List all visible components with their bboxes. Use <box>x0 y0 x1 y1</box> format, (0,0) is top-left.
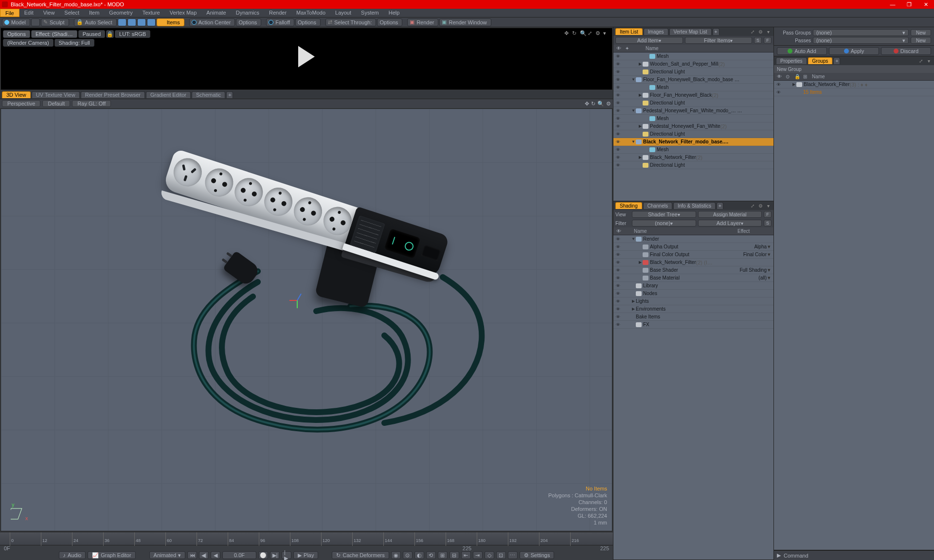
tree-row[interactable]: 👁▶Black_Network_Filter (2) <box>613 154 773 161</box>
pg-new-button[interactable]: New <box>911 29 931 36</box>
prev-options[interactable]: Options <box>3 30 30 38</box>
tl-prev-icon[interactable]: ◀ <box>211 551 220 559</box>
panel-gear-icon[interactable]: ⚙ <box>757 28 764 35</box>
menu-file[interactable]: File <box>0 9 19 17</box>
item-list-tree[interactable]: 👁Mesh👁▶Wooden_Salt_and_Pepper_Mill (2)👁D… <box>613 52 773 201</box>
sh-f-button[interactable]: F <box>764 211 772 218</box>
sel-mat-icon[interactable] <box>147 18 156 26</box>
tab-channels[interactable]: Channels <box>643 202 672 209</box>
tl-i4[interactable]: ⟲ <box>426 551 436 559</box>
tab-properties[interactable]: Properties <box>776 57 807 64</box>
prev-expand-icon[interactable]: ⤢ <box>588 30 594 37</box>
menu-texture[interactable]: Texture <box>138 9 165 17</box>
viewport-axis-widget[interactable]: yx <box>11 502 30 521</box>
menu-help[interactable]: Help <box>384 9 405 17</box>
prev-lock-icon[interactable]: 🔒 <box>106 30 114 38</box>
tree-row[interactable]: 👁▼Render <box>613 235 773 243</box>
apply-button[interactable]: Apply <box>829 47 879 55</box>
sel-items[interactable]: Items <box>157 18 184 26</box>
menu-view[interactable]: View <box>38 9 60 17</box>
prev-zoom-icon[interactable]: 🔍 <box>580 30 587 37</box>
timeline-ruler[interactable]: 0122436486072849610812013214415616818019… <box>0 532 613 545</box>
tl-i1[interactable]: ◉ <box>391 551 401 559</box>
command-bar[interactable]: ▶Command <box>774 550 934 560</box>
tl-next-icon[interactable]: ▶| <box>270 551 280 559</box>
menu-maxtomodo[interactable]: MaxToModo <box>291 9 330 17</box>
tree-row[interactable]: 👁▶Environments <box>613 305 773 313</box>
mode-sculpt[interactable]: ✎Sculpt <box>41 18 69 26</box>
shader-tree-dropdown[interactable]: Shader Tree ▾ <box>632 211 696 218</box>
tl-cache[interactable]: ↻ Cache Deformers <box>332 551 389 559</box>
tl-i6[interactable]: ⊟ <box>449 551 459 559</box>
add-item-dropdown[interactable]: Add Item ▾ <box>615 37 683 44</box>
pg-dropdown[interactable]: (none)▾ <box>813 29 909 36</box>
add-layer-dropdown[interactable]: Add Layer ▾ <box>698 220 762 227</box>
prev-effect[interactable]: Effect: (Shadi… <box>31 30 77 38</box>
menu-layout[interactable]: Layout <box>330 9 356 17</box>
il-eye-header[interactable]: 👁 <box>613 46 622 51</box>
assign-material-button[interactable]: Assign Material <box>698 211 762 218</box>
vtab-render-preset-browser[interactable]: Render Preset Browser <box>81 91 145 98</box>
vtab-schematic[interactable]: Schematic <box>192 91 225 98</box>
tl-first-icon[interactable]: ⏮ <box>187 551 197 559</box>
prev-lut[interactable]: LUT: sRGB <box>115 30 150 38</box>
tl-play[interactable]: ▶ Play <box>293 551 318 559</box>
tree-row[interactable]: 👁FX <box>613 321 773 329</box>
shading-tree[interactable]: 👁▼Render👁Alpha OutputAlpha▾👁Final Color … <box>613 235 773 560</box>
vp-default[interactable]: Default <box>42 100 70 107</box>
tl-i2[interactable]: ⊙ <box>403 551 413 559</box>
prev-gear-icon[interactable]: ⚙ <box>595 30 602 37</box>
gr-name-header[interactable]: Name <box>809 74 934 79</box>
close-button[interactable]: ✕ <box>917 0 934 9</box>
gr-expand-icon[interactable]: ⤢ <box>917 57 924 64</box>
sh-eye-header[interactable]: 👁 <box>613 228 622 234</box>
gr-h1[interactable]: 👁 <box>774 74 783 79</box>
panel-expand-icon[interactable]: ⤢ <box>749 28 756 35</box>
tree-row[interactable]: 👁▼Pedestal_Honeywell_Fan_White_modo_… … <box>613 107 773 115</box>
tree-row[interactable]: 👁Bake Items <box>613 313 773 321</box>
filter-items-dropdown[interactable]: Filter Items ▾ <box>685 37 753 44</box>
tab-add[interactable]: + <box>717 202 723 209</box>
tl-i11[interactable]: ⋯ <box>508 551 518 559</box>
tl-key-icon[interactable]: ⚪ <box>258 551 268 559</box>
fo-options[interactable]: Options <box>295 18 321 26</box>
tree-row[interactable]: 👁Library <box>613 282 773 290</box>
tl-prevkey-icon[interactable]: ◀| <box>199 551 209 559</box>
sel-poly-icon[interactable] <box>137 18 146 26</box>
action-center[interactable]: Action Center <box>189 18 235 26</box>
new-group-button[interactable]: New Group <box>774 65 934 73</box>
prev-paused[interactable]: Paused <box>78 30 105 38</box>
il-s-button[interactable]: S <box>754 37 762 44</box>
tab-info-statistics[interactable]: Info & Statistics <box>673 202 716 209</box>
sh-menu-icon[interactable]: ▾ <box>765 202 772 209</box>
sh-name-header[interactable]: Name <box>631 228 735 234</box>
sh-s-button[interactable]: S <box>764 220 772 227</box>
menu-item[interactable]: Item <box>84 9 104 17</box>
ac-options[interactable]: Options <box>236 18 261 26</box>
mode-paint-icon[interactable] <box>31 18 40 26</box>
prev-menu-icon[interactable]: ▾ <box>603 30 610 37</box>
sh-filter-dropdown[interactable]: (none) ▾ <box>632 220 696 227</box>
prev-rotate-icon[interactable]: ↻ <box>572 30 579 37</box>
tab-vertex-map-list[interactable]: Vertex Map List <box>669 28 712 35</box>
vp-move-icon[interactable]: ✥ <box>585 101 589 107</box>
tree-row[interactable]: 👁Base ShaderFull Shading▾ <box>613 266 773 274</box>
tree-row[interactable]: 👁Nodes <box>613 290 773 298</box>
menu-render[interactable]: Render <box>264 9 291 17</box>
vtab-gradient-editor[interactable]: Gradient Editor <box>146 91 191 98</box>
tree-row[interactable]: 👁Directional Light <box>613 130 773 138</box>
maximize-button[interactable]: ❐ <box>901 0 917 9</box>
passes-dropdown[interactable]: (none)▾ <box>813 37 909 44</box>
prev-move-icon[interactable]: ✥ <box>564 30 571 37</box>
tl-i9[interactable]: ◇ <box>485 551 494 559</box>
tree-row[interactable]: 👁Final Color OutputFinal Color▾ <box>613 251 773 259</box>
tree-row[interactable]: 👁▶Lights <box>613 298 773 305</box>
menu-geometry[interactable]: Geometry <box>104 9 137 17</box>
mode-model[interactable]: Model <box>2 18 30 26</box>
render-window-button[interactable]: ▣Render Window <box>439 18 491 26</box>
tab-add[interactable]: + <box>713 28 719 35</box>
tl-i7[interactable]: ⇤ <box>461 551 471 559</box>
vp-rotate-icon[interactable]: ↻ <box>591 101 595 107</box>
il-col2-header[interactable]: ✦ <box>622 46 631 51</box>
vtab-3d-view[interactable]: 3D View <box>2 91 31 98</box>
